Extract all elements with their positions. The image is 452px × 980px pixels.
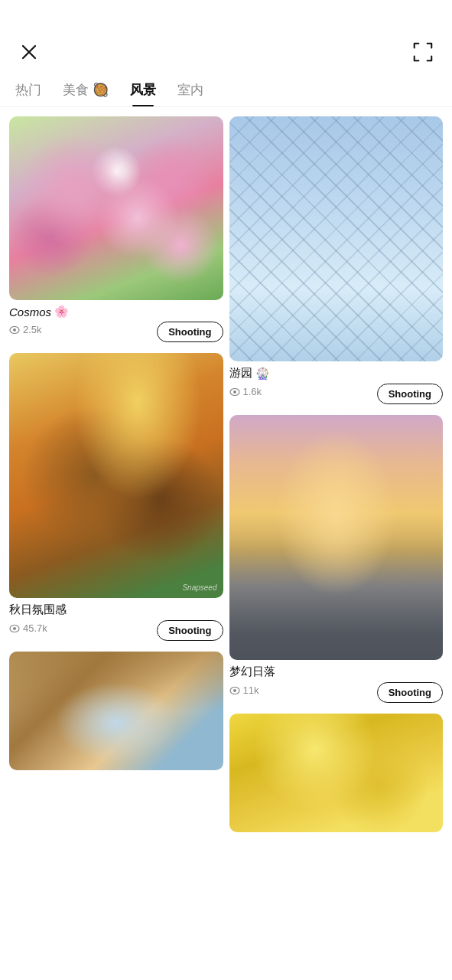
eye-icon-ferris [229,387,240,397]
shooting-button-sunset[interactable]: Shooting [377,682,443,703]
svg-point-9 [233,689,236,692]
card-sunset-info: 梦幻日落 11k Shooting [229,660,444,704]
card-sunset: 梦幻日落 11k Shooting [229,415,444,704]
tab-scenery[interactable]: 风景 [130,81,156,106]
watermark-autumn: Snapseed [182,583,216,592]
card-autumn: Snapseed 秋日氛围感 45.7k Shooting [9,353,223,642]
header [0,0,452,74]
svg-point-3 [13,328,16,332]
eye-icon-sunset [229,685,240,696]
card-autumn-title: 秋日氛围感 [9,603,223,617]
shooting-button-cosmos[interactable]: Shooting [157,322,223,342]
left-column: Cosmos 🌸 2.5k Shooting [9,116,223,832]
card-ginkgo-image [229,714,444,832]
eye-icon [9,325,20,335]
card-ferris-title: 游园 🎡 [229,366,444,381]
card-autumn-info: 秋日氛围感 45.7k Shooting [9,598,223,642]
card-cosmos-title: Cosmos 🌸 [9,305,223,318]
card-sunset-meta: 11k [229,684,259,696]
card-autumn-image: Snapseed [9,353,223,598]
card-cosmos-info: Cosmos 🌸 2.5k Shooting [9,300,223,344]
card-ferris: 游园 🎡 1.6k Shooting [229,116,444,406]
card-cosmos: Cosmos 🌸 2.5k Shooting [9,116,223,344]
card-cosmos-image [9,116,223,300]
card-subway [9,652,223,770]
card-sunset-image [229,415,444,660]
tabs-bar: 热门 美食 🥘 风景 室内 [0,74,452,107]
right-column: 游园 🎡 1.6k Shooting [229,116,444,832]
eye-icon-autumn [9,623,20,634]
shooting-button-autumn[interactable]: Shooting [157,620,223,641]
svg-point-5 [13,627,16,630]
content-grid: Cosmos 🌸 2.5k Shooting [0,107,452,832]
card-subway-image [9,652,223,770]
card-ginkgo [229,714,444,832]
card-sunset-title: 梦幻日落 [229,665,444,679]
card-ferris-meta: 1.6k [229,386,262,397]
close-button[interactable] [15,38,43,66]
card-ferris-image [229,116,444,361]
card-ferris-info: 游园 🎡 1.6k Shooting [229,361,444,406]
tab-hot[interactable]: 热门 [15,81,41,106]
shooting-button-ferris[interactable]: Shooting [377,384,443,404]
tab-food[interactable]: 美食 🥘 [63,81,109,106]
card-cosmos-meta: 2.5k [9,324,42,335]
scan-button[interactable] [409,38,437,66]
svg-point-7 [233,390,236,394]
tab-indoor[interactable]: 室内 [177,81,203,106]
card-autumn-meta: 45.7k [9,622,47,634]
